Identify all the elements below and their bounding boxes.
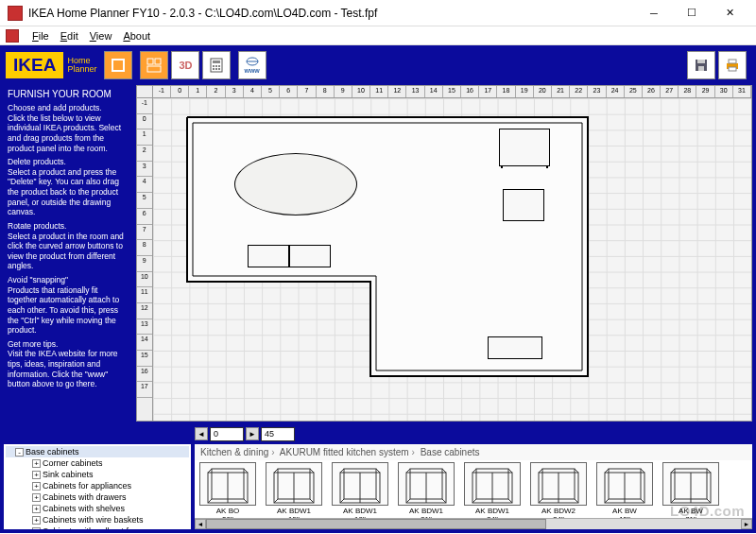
plan-view-button[interactable] [140, 51, 168, 79]
tree-item[interactable]: +Cabinets with drawers [6, 491, 189, 503]
svg-line-63 [605, 469, 609, 473]
svg-line-73 [707, 499, 711, 503]
thumb-label: AK BO30" [216, 508, 239, 518]
menu-file[interactable]: File [32, 30, 49, 42]
svg-line-49 [472, 469, 476, 473]
tree-item[interactable]: +Sink cabinets [6, 469, 189, 480]
svg-line-50 [508, 469, 512, 473]
thumb-label: AK BDW118" [343, 508, 377, 518]
thumb-label: AK BDW121" [409, 508, 443, 518]
cabinet-icon [530, 462, 587, 506]
tree-item[interactable]: +Corner cabinets [6, 457, 189, 469]
svg-line-35 [340, 469, 344, 473]
svg-rect-3 [147, 66, 161, 72]
close-button[interactable]: ✕ [711, 1, 748, 26]
cabinet-3[interactable] [248, 245, 289, 267]
3d-view-button[interactable]: 3D [171, 51, 199, 79]
coord-x[interactable]: 0 [210, 427, 244, 441]
scroll-left-button[interactable]: ◄ [195, 519, 206, 529]
scroll-thumb[interactable] [206, 519, 546, 529]
ruler-corner [136, 85, 153, 98]
rotate-right-button[interactable]: ► [246, 427, 259, 440]
svg-line-51 [472, 499, 476, 503]
svg-rect-5 [213, 60, 220, 63]
svg-rect-16 [698, 66, 704, 71]
help-panel: FURNISH YOUR ROOM Choose and add product… [4, 85, 132, 422]
product-thumb[interactable]: AK BDW124" [459, 460, 525, 518]
category-tree[interactable]: -Base cabinets +Corner cabinets+Sink cab… [4, 444, 191, 529]
cabinet-4[interactable] [289, 245, 331, 267]
svg-line-66 [641, 499, 644, 503]
tree-item[interactable]: +Cabinets with shelves [6, 503, 189, 514]
svg-rect-1 [147, 59, 153, 64]
cabinet-icon [199, 462, 256, 506]
thumb-label: AK BDW224" [541, 508, 576, 518]
app-menu-icon [6, 29, 19, 43]
svg-line-52 [508, 499, 512, 503]
maximize-button[interactable]: ☐ [673, 1, 711, 26]
plan-icon [146, 57, 163, 74]
thumb-label: AK BW15" [612, 508, 637, 518]
svg-line-24 [244, 499, 248, 503]
svg-line-71 [707, 469, 711, 473]
toolbar: IKEA HomePlanner 3D www [0, 45, 756, 85]
catalog-scrollbar[interactable]: ◄ ► [195, 518, 752, 529]
coord-y[interactable]: 45 [261, 427, 295, 441]
minimize-button[interactable]: ─ [635, 1, 673, 26]
tree-item[interactable]: +Cabinets with pull-out func [6, 525, 189, 529]
svg-point-9 [213, 68, 215, 70]
cabinet-icon [266, 462, 322, 506]
product-catalog: Kitchen & dining› AKURUM fitted kitchen … [195, 444, 752, 529]
cabinet-icon [596, 462, 653, 506]
rotate-left-button[interactable]: ◄ [195, 427, 208, 440]
calculator-button[interactable] [202, 51, 231, 79]
product-thumb[interactable]: AK BO30" [195, 460, 261, 518]
ellipse-table[interactable] [234, 153, 357, 215]
www-button[interactable]: www [238, 51, 266, 79]
scroll-right-button[interactable]: ► [741, 519, 752, 529]
room-tool-button[interactable] [104, 51, 132, 79]
thumb-label: AK BDW115" [277, 508, 311, 518]
tree-item[interactable]: +Cabinets with wire baskets [6, 514, 189, 525]
drawing-canvas[interactable] [153, 98, 752, 422]
svg-point-8 [218, 65, 220, 67]
coordinate-bar: ◄ 0 ► 45 [0, 425, 756, 442]
svg-line-70 [671, 469, 675, 473]
cabinet-icon [464, 462, 521, 506]
product-thumb[interactable]: AK BW21" [658, 460, 724, 518]
cabinet-icon [398, 462, 455, 506]
tree-item[interactable]: +Cabinets for appliances [6, 480, 189, 491]
svg-point-10 [215, 68, 217, 70]
logo-subtitle: HomePlanner [67, 57, 96, 74]
product-thumb[interactable]: AK BW15" [592, 460, 658, 518]
window-titlebar: IKEA Home Planner FY10 - 2.0.3 - C:\LO4D… [0, 0, 756, 26]
product-thumb[interactable]: AK BDW118" [327, 460, 393, 518]
save-button[interactable] [687, 51, 715, 79]
svg-line-65 [605, 499, 609, 503]
tree-root[interactable]: -Base cabinets [6, 446, 189, 457]
svg-line-29 [310, 469, 314, 473]
product-thumb[interactable]: AK BDW224" [525, 460, 592, 518]
calculator-icon [208, 57, 225, 74]
menu-about[interactable]: About [123, 30, 150, 42]
svg-rect-15 [697, 60, 705, 63]
svg-line-57 [575, 469, 578, 473]
menu-view[interactable]: View [90, 30, 112, 42]
printer-icon [724, 57, 741, 74]
svg-line-64 [641, 469, 644, 473]
cabinet-1[interactable] [499, 129, 550, 166]
svg-point-11 [218, 68, 220, 70]
cabinet-5[interactable] [488, 336, 542, 359]
menu-edit[interactable]: Edit [60, 30, 78, 42]
svg-line-42 [406, 469, 410, 473]
cabinet-2[interactable] [503, 189, 544, 221]
svg-line-38 [376, 499, 380, 503]
horizontal-ruler: -101234567891011121314151617181920212223… [153, 85, 752, 98]
product-thumb[interactable]: AK BDW115" [261, 460, 327, 518]
app-icon [8, 6, 23, 21]
breadcrumb[interactable]: Kitchen & dining› AKURUM fitted kitchen … [195, 444, 752, 460]
print-button[interactable] [718, 51, 747, 79]
floppy-icon [693, 57, 710, 74]
svg-line-36 [376, 469, 380, 473]
product-thumb[interactable]: AK BDW121" [393, 460, 459, 518]
